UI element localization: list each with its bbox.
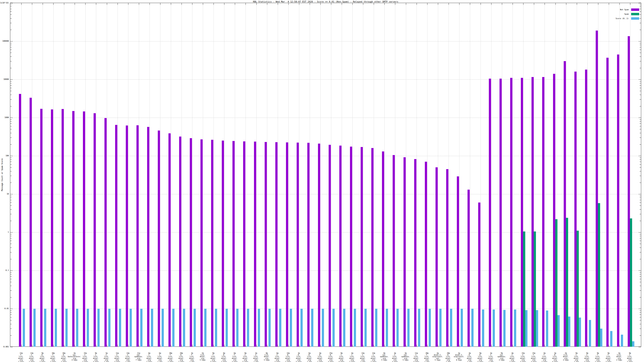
bar-not-spam (19, 94, 21, 347)
x-tick-bottom (267, 345, 267, 347)
bar-not-spam (425, 162, 427, 347)
bar-score (558, 315, 560, 347)
x-tick-top (182, 3, 182, 5)
x-tick-top (32, 3, 32, 5)
y-tick-minor (10, 83, 12, 83)
y-tick-minor (640, 297, 641, 298)
x-tick-top (374, 3, 374, 5)
x-tick-top (139, 3, 139, 5)
group-gridline (118, 3, 118, 347)
y-tick-minor (10, 68, 12, 68)
x-tick-bottom (448, 345, 449, 347)
bar-score (493, 310, 495, 347)
y-tick-minor (10, 272, 12, 273)
y-tick-minor (640, 95, 641, 95)
x-tick-bottom (310, 345, 310, 347)
y-tick-minor (640, 61, 641, 61)
rbl-statistics-chart: { "title": "RBL Statistics - Wed Mar 4 1… (0, 0, 644, 362)
x-tick-bottom (96, 345, 96, 347)
y-tick-minor (10, 23, 12, 23)
group-gridline (160, 3, 160, 347)
bar-not-spam (200, 139, 203, 347)
x-tick-top (203, 3, 203, 5)
bar-not-spam (510, 78, 512, 347)
y-tick-minor (640, 126, 641, 126)
bar-not-spam (553, 74, 555, 347)
bar-score (130, 309, 132, 347)
y-tick-minor (10, 234, 12, 234)
group-gridline (331, 3, 331, 347)
x-tick-bottom (512, 345, 513, 347)
y-tick-minor (640, 198, 641, 198)
x-tick-top (310, 3, 310, 5)
y-tick-minor (640, 329, 641, 329)
group-gridline (182, 3, 182, 347)
y-tick-minor (640, 183, 641, 183)
x-tick-top (160, 3, 160, 5)
group-gridline (342, 3, 342, 347)
y-tick-minor (640, 248, 641, 248)
bar-not-spam (478, 203, 480, 347)
x-tick-top (128, 3, 128, 5)
y-tick-minor (640, 159, 641, 160)
bar-score (514, 310, 516, 347)
y-tick-minor (640, 272, 641, 273)
y-tick-minor (640, 119, 641, 120)
y-tick-major (638, 41, 641, 41)
y-tick-minor (10, 144, 12, 145)
x-tick-bottom (588, 345, 588, 347)
y-tick-minor (10, 259, 12, 259)
y-tick-minor (640, 68, 641, 68)
bar-score (332, 309, 335, 347)
bar-score (311, 309, 313, 347)
group-gridline (588, 3, 588, 347)
y-tick-minor (10, 252, 12, 252)
bar-score (76, 309, 78, 347)
y-tick-minor (640, 133, 641, 133)
x-tick-top (480, 3, 481, 5)
bar-spam (566, 218, 568, 347)
legend-entry: Not Spam (597, 8, 641, 11)
bar-score (23, 309, 25, 347)
y-tick-minor (640, 252, 641, 252)
group-gridline (96, 3, 96, 347)
y-tick-minor (10, 290, 12, 291)
bar-not-spam (265, 142, 267, 347)
bar-score (589, 320, 591, 347)
y-tick-label: 1000 (0, 116, 9, 118)
bar-not-spam (436, 167, 438, 347)
y-tick-minor (640, 81, 641, 81)
group-gridline (171, 3, 171, 347)
bar-score (66, 309, 68, 347)
y-tick-minor (640, 276, 641, 277)
legend-swatch (631, 13, 639, 15)
bar-not-spam (136, 125, 139, 347)
y-tick-minor (640, 274, 641, 274)
bar-not-spam (318, 144, 320, 347)
bar-score (98, 309, 100, 347)
bar-score (215, 309, 217, 347)
x-tick-top (598, 3, 598, 5)
y-tick-minor (640, 259, 641, 259)
y-tick-minor (640, 234, 641, 234)
y-tick-label: 0.1 (0, 269, 9, 271)
x-tick-bottom (544, 345, 545, 347)
y-tick-minor (640, 11, 641, 12)
y-tick-minor (10, 91, 12, 91)
y-tick-label: 0.01 (0, 308, 9, 310)
y-tick-label: 100 (0, 155, 9, 157)
y-tick-minor (10, 129, 12, 129)
bar-not-spam (147, 127, 149, 347)
bar-score (343, 309, 345, 347)
y-tick-minor (640, 206, 641, 206)
x-tick-bottom (128, 345, 128, 347)
bar-score (322, 309, 324, 347)
bar-score (194, 309, 196, 347)
x-tick-bottom (416, 345, 417, 347)
y-tick-minor (10, 126, 12, 126)
y-tick-minor (10, 329, 12, 329)
y-tick-label: 1x10^{6} (0, 2, 9, 4)
x-tick-top (459, 3, 460, 5)
y-tick-minor (10, 56, 12, 57)
y-tick-minor (10, 167, 12, 168)
